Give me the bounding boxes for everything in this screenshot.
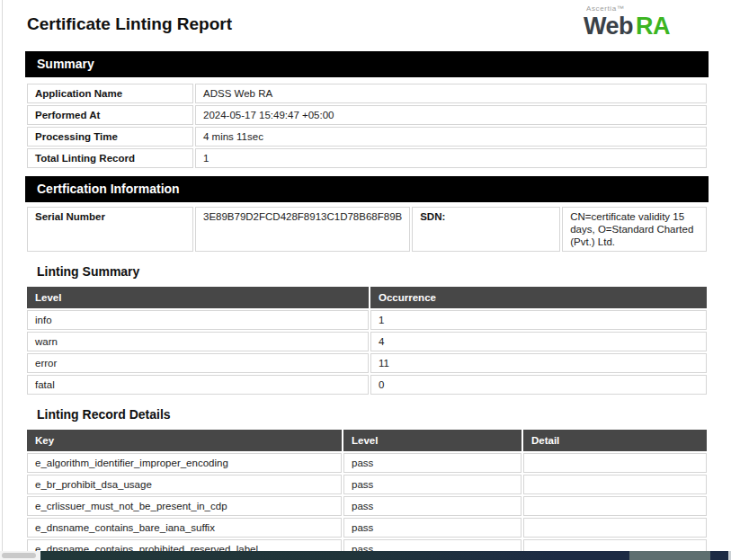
table-row: Total Linting Record 1 bbox=[27, 148, 707, 168]
serial-number-label: Serial Number bbox=[27, 207, 193, 252]
level-cell: info bbox=[27, 310, 369, 330]
table-row: e_crlissuer_must_not_be_present_in_cdp p… bbox=[27, 496, 707, 516]
record-details-heading: Linting Record Details bbox=[37, 407, 709, 422]
sdn-value: CN=certificate validity 15 days, O=Stand… bbox=[562, 207, 707, 252]
occurrence-cell: 4 bbox=[370, 332, 707, 351]
table-row: Application Name ADSS Web RA bbox=[27, 84, 707, 103]
level-cell: fatal bbox=[27, 375, 369, 395]
record-details-table: Key Level Detail e_algorithm_identifier_… bbox=[25, 428, 709, 560]
column-header-occurrence: Occurrence bbox=[370, 287, 707, 308]
level-cell: warn bbox=[27, 332, 369, 351]
page-title: Certificate Linting Report bbox=[27, 14, 709, 34]
linting-summary-table: Level Occurrence info 1 warn 4 error 11 … bbox=[25, 285, 709, 396]
table-header-row: Key Level Detail bbox=[27, 430, 707, 451]
summary-value: 4 mins 11sec bbox=[195, 127, 707, 147]
column-header-level: Level bbox=[343, 430, 522, 451]
detail-cell bbox=[523, 496, 707, 516]
horizontal-scrollbar[interactable] bbox=[0, 551, 731, 560]
report-page: Certificate Linting Report Summary Appli… bbox=[25, 0, 709, 560]
scrollbar-thumb[interactable] bbox=[629, 551, 710, 560]
key-cell: e_dnsname_contains_bare_iana_suffix bbox=[27, 518, 342, 538]
table-row: Serial Number 3E89B79D2FCD428F8913C1D78B… bbox=[27, 207, 707, 252]
level-cell: pass bbox=[343, 518, 522, 538]
summary-value: 1 bbox=[195, 148, 707, 168]
certification-table: Serial Number 3E89B79D2FCD428F8913C1D78B… bbox=[25, 205, 709, 253]
summary-table: Application Name ADSS Web RA Performed A… bbox=[25, 82, 709, 170]
level-cell: pass bbox=[343, 496, 522, 516]
key-cell: e_algorithm_identifier_improper_encoding bbox=[27, 453, 342, 473]
summary-label: Application Name bbox=[27, 84, 193, 103]
key-cell: e_br_prohibit_dsa_usage bbox=[27, 475, 342, 494]
key-cell: e_crlissuer_must_not_be_present_in_cdp bbox=[27, 496, 342, 516]
certification-section-header: Certfication Information bbox=[25, 176, 709, 202]
table-row: e_dnsname_contains_bare_iana_suffix pass bbox=[27, 518, 707, 538]
serial-number-value: 3E89B79D2FCD428F8913C1D78B68F89B bbox=[195, 207, 410, 252]
page-left-edge bbox=[0, 0, 3, 560]
table-row: e_algorithm_identifier_improper_encoding… bbox=[27, 453, 707, 473]
scrollbar-corner-thumb[interactable] bbox=[2, 553, 36, 558]
table-row: warn 4 bbox=[27, 332, 707, 351]
table-row: info 1 bbox=[27, 310, 707, 330]
table-header-row: Level Occurrence bbox=[27, 287, 707, 308]
column-header-key: Key bbox=[27, 430, 342, 451]
table-row: fatal 0 bbox=[27, 375, 707, 395]
level-cell: pass bbox=[343, 475, 522, 494]
scrollbar-corner-track[interactable] bbox=[0, 551, 40, 560]
summary-value: 2024-05-17 15:49:47 +05:00 bbox=[195, 105, 707, 125]
column-header-level: Level bbox=[27, 287, 369, 308]
sdn-label: SDN: bbox=[412, 207, 560, 252]
occurrence-cell: 1 bbox=[370, 310, 707, 330]
occurrence-cell: 11 bbox=[370, 353, 707, 373]
table-row: error 11 bbox=[27, 353, 707, 373]
summary-value: ADSS Web RA bbox=[195, 84, 707, 103]
table-row: Performed At 2024-05-17 15:49:47 +05:00 bbox=[27, 105, 707, 125]
occurrence-cell: 0 bbox=[370, 375, 707, 395]
level-cell: error bbox=[27, 353, 369, 373]
detail-cell bbox=[523, 453, 707, 473]
level-cell: pass bbox=[343, 453, 522, 473]
table-row: Processing Time 4 mins 11sec bbox=[27, 127, 707, 147]
summary-label: Performed At bbox=[27, 105, 193, 125]
column-header-detail: Detail bbox=[523, 430, 707, 451]
summary-label: Processing Time bbox=[27, 127, 193, 147]
detail-cell bbox=[523, 518, 707, 538]
summary-section-header: Summary bbox=[25, 51, 709, 77]
linting-summary-heading: Linting Summary bbox=[37, 264, 709, 279]
detail-cell bbox=[523, 475, 707, 494]
summary-label: Total Linting Record bbox=[27, 148, 193, 168]
scrollbar-track[interactable] bbox=[40, 551, 731, 560]
table-row: e_br_prohibit_dsa_usage pass bbox=[27, 475, 707, 494]
